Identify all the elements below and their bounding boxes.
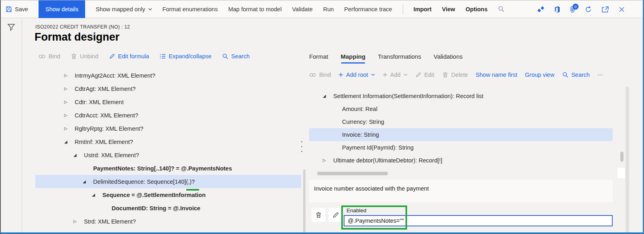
expand-icon[interactable] <box>73 220 84 224</box>
mapping-delete-button[interactable]: Delete <box>442 72 468 78</box>
save-icon <box>6 6 12 12</box>
formula-edit-button[interactable] <box>328 208 342 222</box>
format-enumerations-button[interactable]: Format enumerations <box>163 6 218 12</box>
tree-item-strd[interactable]: Strd: XML Element? <box>35 215 301 228</box>
expand-icon[interactable] <box>323 158 333 162</box>
refresh-button[interactable] <box>585 6 592 13</box>
show-details-button[interactable]: Show details <box>39 0 85 18</box>
map-format-to-model-button[interactable]: Map format to model <box>228 6 281 12</box>
tree-item-documentid[interactable]: DocumentID: String = @.Invoice <box>35 201 301 215</box>
filter-strip <box>1 18 22 233</box>
task-recorder-button[interactable] <box>537 6 545 13</box>
tree-item-rgltryrptg[interactable]: RgltryRptg: XML Element? <box>35 122 301 135</box>
office-integration-button[interactable] <box>554 6 560 13</box>
collapse-icon[interactable] <box>64 140 75 144</box>
format-search-button[interactable]: Search <box>222 53 250 60</box>
toolbar-separator <box>403 4 403 14</box>
annotation-green-dash <box>186 189 199 191</box>
formula-delete-button[interactable] <box>312 208 326 222</box>
edit-formula-button[interactable]: Edit formula <box>109 53 149 60</box>
tab-format[interactable]: Format <box>309 53 328 64</box>
tree-item-delimitedsequence[interactable]: DelimitedSequence: Sequence[140](,)? <box>35 175 301 188</box>
tree-item-cdtr[interactable]: Cdtr: XML Element <box>35 95 301 109</box>
save-button[interactable]: Save <box>6 6 28 12</box>
show-mapped-only-menu[interactable]: Show mapped only <box>96 6 152 12</box>
list-icon <box>159 53 166 59</box>
format-toolbar: Bind Unbind Edit formula Expand/collapse… <box>39 53 250 60</box>
appbar-search-button[interactable] <box>498 6 505 12</box>
mapping-horizontal-scrollbar[interactable] <box>317 172 388 175</box>
filter-pane-button[interactable] <box>7 24 15 33</box>
tree-item-currency[interactable]: Currency: String <box>309 115 613 128</box>
scrollbar-corner <box>618 168 625 178</box>
mapping-edit-button[interactable]: Edit <box>415 72 434 78</box>
search-icon <box>562 72 569 78</box>
chevron-down-icon <box>148 8 152 10</box>
tab-transformations[interactable]: Transformations <box>378 53 421 64</box>
mapping-search-button[interactable]: Search <box>562 72 590 78</box>
tree-item-ultimate-debtor[interactable]: Ultimate debtor(UltimateDebtor): Record[… <box>309 154 613 167</box>
open-in-new-window-button[interactable] <box>601 6 609 13</box>
attachments-button[interactable]: 0 <box>570 6 575 13</box>
trash-icon <box>442 72 448 78</box>
run-button[interactable]: Run <box>323 6 334 12</box>
page-title: Format designer <box>35 31 120 43</box>
validate-button[interactable]: Validate <box>292 6 312 12</box>
format-tree-scrollbar[interactable] <box>303 169 306 233</box>
tree-item-invoice[interactable]: Invoice: String <box>309 128 613 141</box>
mapping-vertical-scrollbar-thumb[interactable] <box>620 152 624 162</box>
expand-icon[interactable] <box>64 74 75 78</box>
chevron-down-icon <box>371 74 375 76</box>
close-button[interactable] <box>618 6 625 13</box>
options-menu[interactable]: Options <box>466 6 488 12</box>
expand-icon[interactable] <box>64 100 75 104</box>
tree-item-intrmyagt2acct[interactable]: IntrmyAgt2Acct: XML Element? <box>35 69 301 82</box>
field-description-text: Invoice number associated with the payme… <box>314 185 429 192</box>
page-vertical-scrollbar[interactable] <box>626 86 629 233</box>
tree-item-payment-id[interactable]: Payment Id(PaymId): String <box>309 141 613 154</box>
pencil-icon <box>109 53 115 60</box>
performance-trace-button[interactable]: Performance trace <box>344 6 392 12</box>
tree-item-sequence[interactable]: Sequence = @.SettlementInformation <box>35 188 301 201</box>
show-name-first-button[interactable]: Show name first <box>476 72 518 78</box>
format-tree: IntrmyAgt2Acct: XML Element? CdtrAgt: XM… <box>35 69 301 228</box>
expand-icon[interactable] <box>64 87 75 91</box>
collapse-icon[interactable] <box>92 193 102 197</box>
search-icon <box>498 6 505 12</box>
plus-icon <box>338 72 343 77</box>
tree-item-rmtinf[interactable]: RmtInf: XML Element? <box>35 135 301 148</box>
import-menu[interactable]: Import <box>414 6 432 12</box>
enabled-formula-input[interactable] <box>344 215 613 226</box>
plus-icon <box>383 72 387 77</box>
tree-item-settlement-information[interactable]: Settlement Information(SettlementInforma… <box>309 90 613 103</box>
refresh-icon <box>585 6 592 13</box>
expand-icon[interactable] <box>64 127 75 131</box>
add-root-button[interactable]: Add root <box>338 72 375 78</box>
group-view-button[interactable]: Group view <box>525 72 554 78</box>
tree-item-cdtracct[interactable]: CdtrAcct: XML Element? <box>35 109 301 122</box>
add-button[interactable]: Add <box>383 72 408 78</box>
more-commands-button[interactable]: ⋯ <box>597 72 603 78</box>
open-in-new-window-icon <box>601 6 609 13</box>
chevron-down-icon <box>404 74 408 76</box>
tab-validations[interactable]: Validations <box>434 53 463 64</box>
expand-collapse-button[interactable]: Expand/collapse <box>159 53 211 60</box>
tree-item-paymentnotes[interactable]: PaymentNotes: String[..140]? = @.Payment… <box>35 162 301 175</box>
field-description-box: Invoice number associated with the payme… <box>309 180 613 202</box>
expand-icon[interactable] <box>64 113 75 117</box>
collapse-icon[interactable] <box>83 180 93 184</box>
panel-splitter-handle[interactable] <box>301 141 302 152</box>
mapping-bind-button[interactable]: Bind <box>309 72 331 78</box>
mapping-tree: Settlement Information(SettlementInforma… <box>309 90 613 167</box>
tab-mapping[interactable]: Mapping <box>341 53 366 64</box>
view-menu[interactable]: View <box>442 6 455 12</box>
collapse-icon[interactable] <box>323 94 333 98</box>
unbind-button[interactable]: Unbind <box>71 53 98 60</box>
bind-button[interactable]: Bind <box>39 53 60 60</box>
tree-item-cdtragt[interactable]: CdtrAgt: XML Element? <box>35 82 301 95</box>
collapse-icon[interactable] <box>73 153 84 157</box>
mapping-toolbar: Bind Add root Add Edit Delete Show name … <box>309 72 603 78</box>
tree-item-ustrd[interactable]: Ustrd: XML Element? <box>35 148 301 162</box>
tree-item-amount[interactable]: Amount: Real <box>309 103 613 115</box>
bind-chain-icon <box>309 72 316 78</box>
